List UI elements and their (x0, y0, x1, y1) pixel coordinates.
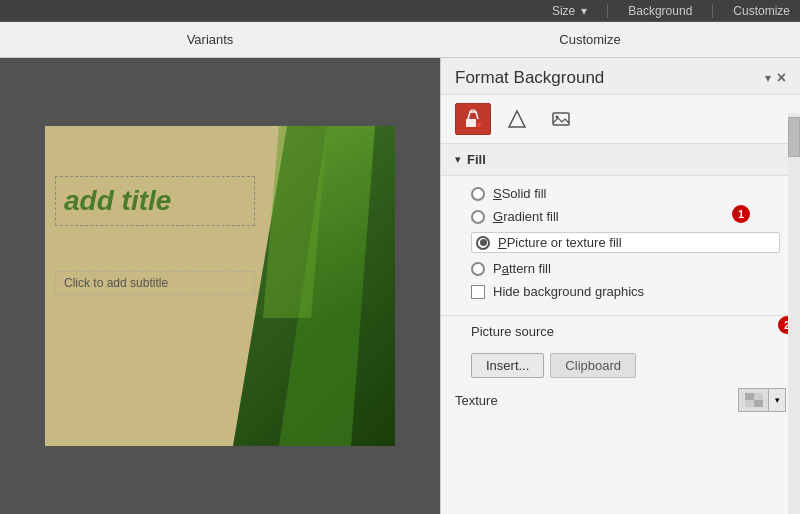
fill-options-area: SSolid fill Gradient fill 1 (441, 176, 800, 313)
background-label: Background (628, 4, 692, 18)
customize-label: Customize (733, 4, 790, 18)
size-control[interactable]: Size ▾ (552, 4, 587, 18)
slide-preview: add title Click to add subtitle (0, 58, 440, 514)
pattern-fill-label: Pattern fill (493, 261, 551, 276)
gradient-fill-label: Gradient fill (493, 209, 559, 224)
slide-subtitle-box: Click to add subtitle (55, 271, 255, 295)
insert-button[interactable]: Insert... (471, 353, 544, 378)
image-icon-button[interactable] (543, 103, 579, 135)
divider2 (712, 4, 713, 18)
picture-texture-fill-label: PPicture or texture fill (498, 235, 622, 250)
slide-canvas: add title Click to add subtitle (45, 126, 395, 446)
svg-rect-0 (466, 119, 476, 127)
solid-fill-label: SSolid fill (493, 186, 546, 201)
panel-close-button[interactable]: × (777, 69, 786, 87)
slide-title-box: add title (55, 176, 255, 226)
svg-rect-6 (754, 393, 763, 400)
pattern-fill-option[interactable]: Pattern fill (471, 261, 780, 276)
gradient-fill-option[interactable]: Gradient fill 1 (471, 209, 780, 224)
divider-line (441, 315, 800, 316)
panel-body: ▾ Fill SSolid fill Gradient fill (441, 144, 800, 514)
slide-subtitle: Click to add subtitle (56, 272, 254, 294)
picture-source-label: Picture source (471, 324, 554, 339)
fill-section-header[interactable]: ▾ Fill (441, 144, 800, 176)
panel-icons (441, 95, 800, 144)
picture-texture-fill-radio[interactable] (476, 236, 490, 250)
svg-rect-5 (745, 393, 754, 400)
clipboard-button[interactable]: Clipboard (550, 353, 636, 378)
slide-title: add title (56, 177, 254, 225)
svg-point-1 (477, 123, 481, 127)
format-background-panel: Format Background ▾ × (440, 58, 800, 514)
panel-dropdown-button[interactable]: ▾ (765, 71, 771, 85)
hide-background-option[interactable]: Hide background graphics (471, 284, 780, 299)
fill-icon-button[interactable] (455, 103, 491, 135)
main-content: add title Click to add subtitle Format B… (0, 58, 800, 514)
panel-controls: ▾ × (765, 69, 786, 87)
solid-fill-radio[interactable] (471, 187, 485, 201)
svg-rect-8 (754, 400, 763, 407)
size-dropdown-icon[interactable]: ▾ (581, 4, 587, 18)
gradient-fill-radio[interactable] (471, 210, 485, 224)
texture-area: Texture ▾ (441, 382, 800, 416)
customize-ribbon-label: Customize (559, 32, 620, 47)
badge-1: 1 (732, 205, 750, 223)
panel-title: Format Background (455, 68, 604, 88)
panel-scrollbar[interactable] (788, 113, 800, 514)
picture-texture-fill-option[interactable]: PPicture or texture fill (471, 232, 780, 253)
fill-section-title: Fill (467, 152, 486, 167)
svg-rect-3 (553, 113, 569, 125)
shape-icon-button[interactable] (499, 103, 535, 135)
ribbon-right: Customize (400, 32, 780, 47)
texture-arrow-box[interactable]: ▾ (769, 389, 785, 411)
panel-scrollbar-thumb[interactable] (788, 117, 800, 157)
hide-background-checkbox[interactable] (471, 285, 485, 299)
svg-marker-2 (509, 111, 525, 127)
texture-icon-box (739, 389, 769, 411)
buttons-row: Insert... Clipboard (441, 349, 800, 382)
top-bar: Size ▾ Background Customize (0, 0, 800, 22)
texture-dropdown[interactable]: ▾ (738, 388, 786, 412)
texture-label: Texture (455, 393, 498, 408)
size-label: Size (552, 4, 575, 18)
variants-label: Variants (187, 32, 234, 47)
hide-background-label: Hide background graphics (493, 284, 644, 299)
ribbon: Variants Customize (0, 22, 800, 58)
ribbon-left: Variants (20, 32, 400, 47)
divider (607, 4, 608, 18)
picture-source-area: Picture source 2 (441, 318, 800, 349)
svg-rect-7 (745, 400, 754, 407)
panel-header: Format Background ▾ × (441, 58, 800, 95)
fill-section-toggle: ▾ (455, 153, 461, 166)
pattern-fill-radio[interactable] (471, 262, 485, 276)
solid-fill-option[interactable]: SSolid fill (471, 186, 780, 201)
